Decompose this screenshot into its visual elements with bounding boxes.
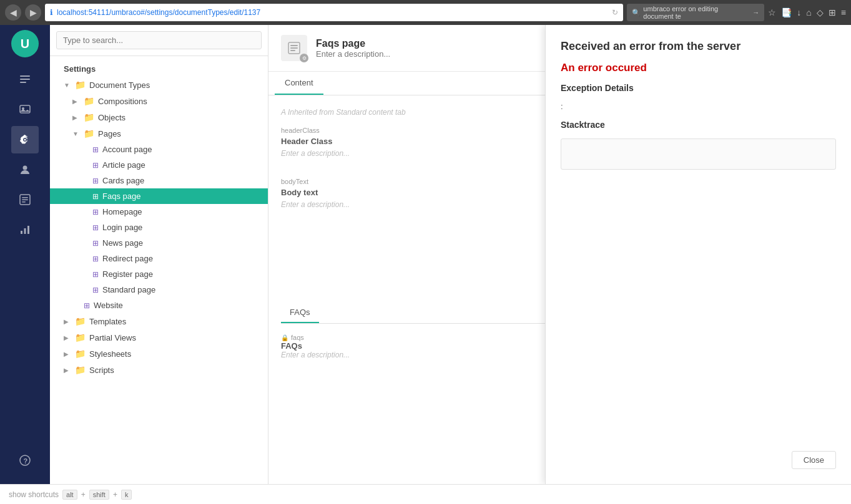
sidebar-item-forms[interactable] (11, 186, 39, 213)
tree-label-partial-views: Partial Views (89, 333, 136, 342)
plus2: + (113, 490, 117, 499)
tab-content[interactable]: Content (275, 72, 323, 95)
tree-item-document-types[interactable]: ▼ 📁 Document Types (50, 77, 268, 93)
page-title: Faqs page (316, 38, 503, 49)
folder-icon: 📁 (75, 332, 86, 342)
home-icon[interactable]: ⌂ (806, 7, 811, 17)
svg-rect-3 (20, 105, 30, 113)
plus1: + (81, 490, 86, 499)
umbraco-logo[interactable]: U (11, 30, 39, 57)
tree-item-website[interactable]: ⊞ Website (50, 298, 268, 313)
sidebar-item-users[interactable] (11, 156, 39, 183)
alt-key: alt (62, 490, 77, 500)
app-container: U ? Settings (0, 25, 851, 484)
page-header-text: Faqs page (316, 38, 503, 59)
header-class-desc: Enter a description... (281, 149, 350, 158)
grid-icon: ⊞ (92, 192, 99, 201)
tree-label-standard-page: Standard page (102, 285, 155, 294)
search-text: umbraco error on editing document te (643, 5, 750, 20)
faqs-alias-label: 🔒 faqs (281, 334, 554, 341)
tree-item-objects[interactable]: ▶ 📁 Objects (50, 109, 268, 125)
browser-search-bar[interactable]: 🔍 umbraco error on editing document te → (627, 4, 764, 21)
browser-chrome: ◀ ▶ ℹ localhost:54111/umbraco#/settings/… (0, 0, 851, 25)
chevron-right-icon: ▶ (64, 334, 72, 341)
bookmark-icon[interactable]: 📑 (781, 7, 792, 17)
close-button[interactable]: Close (792, 451, 836, 469)
tree-item-templates[interactable]: ▶ 📁 Templates (50, 313, 268, 329)
tree-item-stylesheets[interactable]: ▶ 📁 Stylesheets (50, 346, 268, 362)
tree-label-redirect-page: Redirect page (102, 254, 153, 263)
folder-icon: 📁 (75, 349, 86, 359)
tree-item-homepage[interactable]: ⊞ Homepage (50, 204, 268, 220)
body-text-alias: bodyText (281, 178, 554, 185)
tree-item-news-page[interactable]: ⊞ News page (50, 235, 268, 251)
tree-item-faqs-page[interactable]: ⊞ Faqs page (50, 188, 268, 204)
sidebar-item-content[interactable] (11, 66, 39, 94)
grid-icon: ⊞ (92, 145, 99, 154)
chevron-right-icon: ▶ (64, 351, 72, 357)
tree-label-compositions: Compositions (98, 97, 147, 106)
svg-rect-7 (22, 197, 28, 198)
svg-rect-2 (20, 82, 26, 83)
grid-icon: ⊞ (84, 301, 90, 310)
svg-point-5 (23, 166, 27, 170)
folder-icon: 📁 (84, 96, 94, 106)
shift-key: shift (89, 490, 109, 500)
tree-item-pages[interactable]: ▼ 📁 Pages (50, 125, 268, 142)
search-icon: 🔍 (632, 9, 641, 17)
tree-label-news-page: News page (102, 238, 143, 248)
url-text: localhost:54111/umbraco#/settings/docume… (57, 8, 608, 17)
tree-item-account-page[interactable]: ⊞ Account page (50, 142, 268, 157)
folder-icon: 📁 (75, 365, 86, 375)
show-shortcuts-label: show shortcuts (9, 490, 59, 499)
tree-item-cards-page[interactable]: ⊞ Cards page (50, 173, 268, 188)
svg-rect-17 (290, 47, 298, 49)
grid-icon: ⊞ (92, 239, 99, 248)
tree-item-register-page[interactable]: ⊞ Register page (50, 266, 268, 282)
faqs-desc: Enter a description... (281, 351, 554, 359)
chevron-down-icon: ▼ (72, 130, 81, 137)
sidebar-item-media[interactable] (11, 96, 39, 124)
error-title: Received an error from the server (561, 40, 836, 53)
tree-item-compositions[interactable]: ▶ 📁 Compositions (50, 93, 268, 109)
tree-label-stylesheets: Stylesheets (89, 349, 131, 359)
search-arrow-icon[interactable]: → (752, 9, 759, 16)
address-bar[interactable]: ℹ localhost:54111/umbraco#/settings/docu… (45, 4, 623, 21)
tree-item-scripts[interactable]: ▶ 📁 Scripts (50, 362, 268, 378)
back-button[interactable]: ◀ (5, 4, 21, 21)
svg-rect-11 (24, 228, 26, 234)
page-description-input[interactable] (316, 49, 503, 59)
extension-icon[interactable]: ⊞ (829, 7, 836, 17)
sidebar-item-help[interactable]: ? (11, 447, 39, 474)
page-badge: ⚙ (300, 54, 308, 62)
download-icon[interactable]: ↓ (797, 7, 801, 17)
sidebar-item-reports[interactable] (11, 216, 39, 243)
tab-faqs[interactable]: FAQs (281, 303, 319, 323)
tree-item-redirect-page[interactable]: ⊞ Redirect page (50, 251, 268, 266)
tree-search-area (50, 25, 268, 56)
grid-icon: ⊞ (92, 223, 99, 232)
tree-label-article-page: Article page (102, 160, 145, 170)
star-icon[interactable]: ☆ (768, 7, 776, 17)
grid-icon: ⊞ (92, 270, 99, 279)
tree-label-account-page: Account page (102, 145, 152, 154)
k-key: k (121, 490, 132, 500)
sidebar-item-settings[interactable] (11, 126, 39, 153)
icon-sidebar: U ? (0, 25, 50, 484)
forward-button[interactable]: ▶ (25, 4, 41, 21)
svg-rect-10 (21, 231, 22, 234)
reload-icon[interactable]: ↻ (612, 8, 618, 17)
tree-label-register-page: Register page (102, 269, 153, 279)
faqs-main-label: FAQs (281, 341, 554, 351)
tree-item-partial-views[interactable]: ▶ 📁 Partial Views (50, 329, 268, 346)
svg-rect-9 (22, 201, 26, 203)
exception-details-value: : (561, 102, 836, 111)
search-input[interactable] (56, 31, 262, 49)
tree-item-article-page[interactable]: ⊞ Article page (50, 157, 268, 173)
send-icon[interactable]: ◇ (817, 7, 824, 17)
tree-item-standard-page[interactable]: ⊞ Standard page (50, 282, 268, 298)
chevron-right-icon: ▶ (72, 98, 81, 105)
tree-item-login-page[interactable]: ⊞ Login page (50, 220, 268, 235)
menu-icon[interactable]: ≡ (841, 7, 846, 17)
tree-label-objects: Objects (98, 113, 125, 122)
